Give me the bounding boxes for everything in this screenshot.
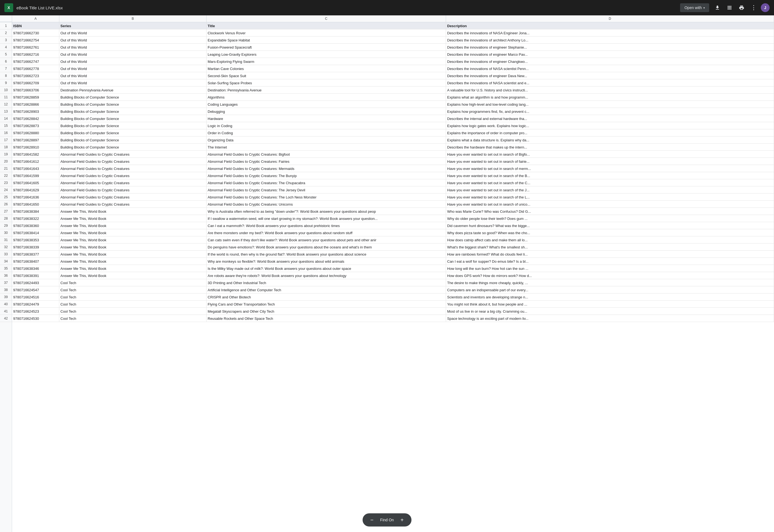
cell-42-d[interactable]: Space technology is an exciting part of … — [446, 315, 774, 322]
cell-6-b[interactable]: Out of this World — [59, 58, 206, 65]
save-to-drive-button[interactable] — [713, 3, 722, 13]
cell-38-b[interactable]: Cool Tech — [59, 286, 206, 293]
table-row[interactable]: 9780716638377Answer Me This, World BookI… — [12, 251, 774, 258]
table-row[interactable]: 9780716628859Building Blocks of Computer… — [12, 94, 774, 101]
cell-31-b[interactable]: Answer Me This, World Book — [59, 236, 206, 243]
table-row[interactable]: 9780716641605Abnormal Field Guides to Cr… — [12, 179, 774, 186]
col-header-a[interactable]: A — [12, 15, 59, 22]
cell-28-c[interactable]: If I swallow a watermelon seed, will one… — [206, 215, 446, 222]
cell-3-a[interactable]: 9780716662754 — [12, 37, 59, 44]
cell-7-d[interactable]: Describes the innovations of NASA scient… — [446, 65, 774, 72]
table-row[interactable]: 9780716628903Building Blocks of Computer… — [12, 108, 774, 115]
table-row[interactable]: 9780716638353Answer Me This, World BookC… — [12, 236, 774, 243]
cell-6-a[interactable]: 9780716662747 — [12, 58, 59, 65]
cell-30-c[interactable]: Are there monsters under my bed?: World … — [206, 229, 446, 236]
table-row[interactable]: 9780716641599Abnormal Field Guides to Cr… — [12, 172, 774, 179]
cell-24-a[interactable]: 9780716641629 — [12, 186, 59, 194]
col-header-c[interactable]: C — [206, 15, 446, 22]
cell-12-c[interactable]: Coding Languages — [206, 101, 446, 108]
cell-29-b[interactable]: Answer Me This, World Book — [59, 222, 206, 229]
cell-23-a[interactable]: 9780716641605 — [12, 179, 59, 186]
cell-19-a[interactable]: 9780716641582 — [12, 151, 59, 158]
table-row[interactable]: 9780716662747Out of this WorldMars-Explo… — [12, 58, 774, 65]
cell-35-c[interactable]: Is the Milky Way made out of milk?: Worl… — [206, 265, 446, 272]
cell-22-b[interactable]: Abnormal Field Guides to Cryptic Creatur… — [59, 172, 206, 179]
cell-10-a[interactable]: 9780716663706 — [12, 86, 59, 94]
table-row[interactable]: 9780716624523Cool TechMegatall Skyscrape… — [12, 308, 774, 315]
cell-21-b[interactable]: Abnormal Field Guides to Cryptic Creatur… — [59, 165, 206, 172]
cell-14-b[interactable]: Building Blocks of Computer Science — [59, 115, 206, 122]
cell-33-d[interactable]: How are rainbows formed? What do clouds … — [446, 251, 774, 258]
cell-13-a[interactable]: 9780716628903 — [12, 108, 59, 115]
cell-30-b[interactable]: Answer Me This, World Book — [59, 229, 206, 236]
cell-15-c[interactable]: Logic in Coding — [206, 122, 446, 129]
cell-27-d[interactable]: Who was Marie Curie? Who was Confucius? … — [446, 208, 774, 215]
table-row[interactable]: 9780716662709Out of this WorldSolar-Surf… — [12, 79, 774, 86]
cell-10-b[interactable]: Destination Pennsylvania Avenue — [59, 86, 206, 94]
table-row[interactable]: 9780716628880Building Blocks of Computer… — [12, 129, 774, 136]
cell-17-c[interactable]: Organizing Data — [206, 136, 446, 144]
table-row[interactable]: 9780716662761Out of this WorldFusion-Pow… — [12, 44, 774, 51]
table-row[interactable]: 9780716662716Out of this WorldLeaping Lo… — [12, 51, 774, 58]
cell-29-c[interactable]: Can I eat a mammoth?: World Book answers… — [206, 222, 446, 229]
cell-3-b[interactable]: Out of this World — [59, 37, 206, 44]
table-row[interactable]: 9780716638339Answer Me This, World BookD… — [12, 243, 774, 251]
cell-40-b[interactable]: Cool Tech — [59, 301, 206, 308]
cell-39-c[interactable]: CRISPR and Other Biotech — [206, 293, 446, 301]
cell-25-b[interactable]: Abnormal Field Guides to Cryptic Creatur… — [59, 194, 206, 201]
cell-35-d[interactable]: How long will the sun burn? How hot can … — [446, 265, 774, 272]
table-row[interactable]: 9780716638391Answer Me This, World BookA… — [12, 272, 774, 279]
cell-37-b[interactable]: Cool Tech — [59, 279, 206, 286]
cell-17-b[interactable]: Building Blocks of Computer Science — [59, 136, 206, 144]
cell-21-d[interactable]: Have you ever wanted to set out in searc… — [446, 165, 774, 172]
cell-39-d[interactable]: Scientists and inventors are developing … — [446, 293, 774, 301]
cell-34-c[interactable]: Why are monkeys so flexible?: World Book… — [206, 258, 446, 265]
user-avatar[interactable]: J — [761, 3, 770, 12]
cell-10-c[interactable]: Destination: Pennsylvania Avenue — [206, 86, 446, 94]
cell-5-c[interactable]: Leaping Low-Gravity Explorers — [206, 51, 446, 58]
table-row[interactable]: ISBNSeriesTitleDescription — [12, 22, 774, 29]
zoom-in-button[interactable]: + — [398, 516, 406, 524]
table-row[interactable]: 9780716638414Answer Me This, World BookA… — [12, 229, 774, 236]
cell-21-a[interactable]: 9780716641643 — [12, 165, 59, 172]
cell-11-c[interactable]: Algorithms — [206, 94, 446, 101]
cell-20-c[interactable]: Abnormal Field Guides to Cryptic Creatur… — [206, 158, 446, 165]
cell-16-d[interactable]: Explains the importance of order in comp… — [446, 129, 774, 136]
cell-11-b[interactable]: Building Blocks of Computer Science — [59, 94, 206, 101]
cell-36-b[interactable]: Answer Me This, World Book — [59, 272, 206, 279]
cell-35-a[interactable]: 9780716638346 — [12, 265, 59, 272]
cell-2-c[interactable]: Clockwork Venus Rover — [206, 29, 446, 37]
zoom-out-button[interactable]: − — [368, 516, 376, 524]
table-row[interactable]: 9780716662730Out of this WorldClockwork … — [12, 29, 774, 37]
cell-22-c[interactable]: Abnormal Field Guides to Cryptic Creatur… — [206, 172, 446, 179]
cell-11-a[interactable]: 9780716628859 — [12, 94, 59, 101]
table-row[interactable]: 9780716638360Answer Me This, World BookC… — [12, 222, 774, 229]
cell-1-b[interactable]: Series — [59, 22, 206, 29]
cell-8-c[interactable]: Second-Skin Space Suit — [206, 72, 446, 79]
table-row[interactable]: 9780716628897Building Blocks of Computer… — [12, 136, 774, 144]
table-row[interactable]: 9780716628873Building Blocks of Computer… — [12, 122, 774, 129]
cell-1-c[interactable]: Title — [206, 22, 446, 29]
cell-32-b[interactable]: Answer Me This, World Book — [59, 243, 206, 251]
cell-5-b[interactable]: Out of this World — [59, 51, 206, 58]
cell-9-a[interactable]: 9780716662709 — [12, 79, 59, 86]
cell-1-a[interactable]: ISBN — [12, 22, 59, 29]
cell-35-b[interactable]: Answer Me This, World Book — [59, 265, 206, 272]
cell-40-c[interactable]: Flying Cars and Other Transportation Tec… — [206, 301, 446, 308]
cell-33-b[interactable]: Answer Me This, World Book — [59, 251, 206, 258]
cell-26-b[interactable]: Abnormal Field Guides to Cryptic Creatur… — [59, 201, 206, 208]
cell-29-a[interactable]: 9780716638360 — [12, 222, 59, 229]
cell-15-b[interactable]: Building Blocks of Computer Science — [59, 122, 206, 129]
table-row[interactable]: 9780716641636Abnormal Field Guides to Cr… — [12, 194, 774, 201]
cell-5-a[interactable]: 9780716662716 — [12, 51, 59, 58]
cell-20-d[interactable]: Have you ever wanted to set out in searc… — [446, 158, 774, 165]
cell-22-a[interactable]: 9780716641599 — [12, 172, 59, 179]
cell-28-d[interactable]: Why do older people lose their teeth? Do… — [446, 215, 774, 222]
cell-23-c[interactable]: Abnormal Field Guides to Cryptic Creatur… — [206, 179, 446, 186]
cell-23-b[interactable]: Abnormal Field Guides to Cryptic Creatur… — [59, 179, 206, 186]
table-row[interactable]: 9780716641643Abnormal Field Guides to Cr… — [12, 165, 774, 172]
cell-13-d[interactable]: Explains how programmers find, fix, and … — [446, 108, 774, 115]
cell-24-b[interactable]: Abnormal Field Guides to Cryptic Creatur… — [59, 186, 206, 194]
cell-30-a[interactable]: 9780716638414 — [12, 229, 59, 236]
cell-9-b[interactable]: Out of this World — [59, 79, 206, 86]
